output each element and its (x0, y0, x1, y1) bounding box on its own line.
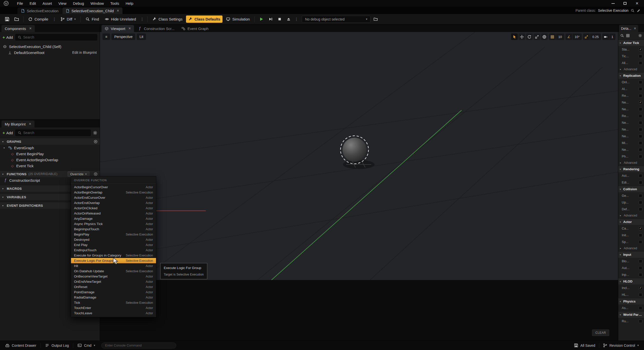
details-entry[interactable]: ▾ ▸ Re... (618, 92, 644, 99)
hide-unrelated-button[interactable]: Hide Unrelated (102, 16, 138, 23)
override-menu-item[interactable]: ActorBeginOverlap Selective Execution (71, 190, 156, 195)
tab-close-icon[interactable]: × (29, 122, 31, 126)
override-menu-item[interactable]: ActorOnReleased Actor (71, 211, 156, 216)
add-function-icon[interactable] (94, 172, 98, 176)
details-checkbox[interactable] (639, 286, 642, 290)
asset-tab[interactable]: SelectiveExecution × (18, 8, 62, 14)
find-button[interactable]: Find (83, 16, 101, 23)
menu-item[interactable]: Debug (70, 0, 87, 7)
details-entry[interactable]: ▾ ▸ HLOD (618, 278, 644, 284)
details-checkbox[interactable] (639, 240, 642, 244)
override-menu-item[interactable]: Destroyed Actor (71, 237, 156, 242)
details-entry[interactable]: ▾ ▸ Input (618, 251, 644, 258)
details-entry[interactable]: ▾ ▸ Def... (618, 206, 644, 212)
details-entry[interactable]: ▾ ▸ Collision (618, 186, 644, 192)
details-checkbox[interactable] (639, 181, 642, 184)
tab-close-icon[interactable]: × (128, 26, 131, 30)
tab-event-graph[interactable]: Event Graph (178, 25, 212, 32)
override-menu-item[interactable]: ActorEndOverlap Actor (71, 200, 156, 206)
details-checkbox[interactable] (639, 174, 642, 178)
menu-item[interactable]: Window (87, 0, 107, 7)
details-checkbox[interactable] (639, 266, 642, 270)
blueprint-settings-gear-icon[interactable] (93, 131, 97, 135)
add-blueprint-item-button[interactable]: + Add (2, 131, 13, 135)
details-checkbox[interactable] (639, 134, 642, 138)
override-menu-item[interactable]: ActorOnClicked Actor (71, 206, 156, 211)
details-entry[interactable]: ▾ ▸ Aut... (618, 264, 644, 271)
content-drawer-button[interactable]: Content Drawer (3, 343, 38, 348)
details-entry[interactable]: ▾ ▸ World Parti... (618, 311, 644, 318)
details-entry[interactable]: ▾ ▸ Ne... (618, 126, 644, 133)
play-button[interactable] (257, 16, 266, 23)
all-saved-button[interactable]: All Saved (572, 343, 598, 348)
asset-tab[interactable]: SelectiveExecution_Child × (62, 8, 123, 14)
override-menu-item[interactable]: AnyDamage Actor (71, 216, 156, 221)
details-entry[interactable]: ▾ ▸ Al... (618, 86, 644, 92)
search-icon[interactable] (620, 34, 624, 38)
tab-close-icon[interactable]: × (634, 26, 636, 30)
components-search-input[interactable] (23, 35, 95, 39)
details-checkbox[interactable] (639, 293, 642, 296)
search-icon[interactable] (631, 9, 634, 12)
details-checkbox[interactable] (639, 194, 642, 198)
add-graph-icon[interactable] (94, 140, 98, 144)
details-checkbox[interactable] (639, 108, 642, 111)
close-button[interactable]: × (635, 2, 639, 6)
details-entry[interactable]: ▾ ▸ Physics (618, 298, 644, 304)
details-entry[interactable]: ▾ ▸ Inp... (618, 271, 644, 278)
override-menu-item[interactable]: OnEndViewTarget Actor (71, 279, 156, 284)
details-checkbox[interactable] (639, 121, 642, 124)
details-checkbox[interactable] (639, 128, 642, 131)
cmd-dropdown[interactable]: Cmd ▾ (75, 343, 97, 348)
unreal-logo-icon[interactable] (4, 1, 9, 6)
details-checkbox[interactable] (639, 87, 642, 91)
component-self-row[interactable]: SelectiveExecution_Child (Self) (0, 44, 100, 50)
menu-item[interactable]: File (14, 0, 26, 7)
override-menu-item[interactable]: OnReset Actor (71, 284, 156, 290)
component-scene-root-row[interactable]: DefaultSceneRoot Edit in Blueprint (0, 50, 100, 56)
details-checkbox[interactable] (639, 234, 642, 237)
scale-snap-control[interactable]: 0.25 (583, 34, 601, 40)
move-tool-button[interactable] (518, 34, 525, 40)
tab-close-icon[interactable]: × (117, 9, 119, 13)
class-defaults-button[interactable]: Class Defaults (186, 16, 222, 23)
override-menu-item[interactable]: TouchLeave Actor (71, 310, 156, 316)
perspective-button[interactable]: Perspective (112, 34, 135, 40)
details-checkbox[interactable] (639, 94, 642, 98)
details-checkbox[interactable] (639, 54, 642, 58)
details-entry[interactable]: ▾ ▸ Init... (618, 232, 644, 238)
edit-in-blueprint-link[interactable]: Edit in Blueprint (72, 50, 97, 54)
details-checkbox[interactable] (639, 155, 642, 158)
menu-item[interactable]: Help (122, 0, 136, 7)
details-entry[interactable]: ▾ ▸ Ph... (618, 153, 644, 160)
my-blueprint-tab[interactable]: My Blueprint × (2, 120, 34, 128)
class-settings-button[interactable]: Class Settings (150, 16, 185, 23)
details-entry[interactable]: ▾ ▸ Ne... (618, 106, 644, 112)
browse-content-button[interactable] (12, 16, 21, 23)
details-entry[interactable]: ▾ ▸ Ca... (618, 225, 644, 232)
override-dropdown-button[interactable]: Override ▾ (68, 171, 90, 177)
override-menu-item[interactable]: PointDamage Actor (71, 290, 156, 295)
details-checkbox[interactable] (639, 227, 642, 230)
menu-item[interactable]: Asset (39, 0, 55, 7)
save-button[interactable] (3, 16, 11, 23)
graph-event-row[interactable]: ◇ Event BeginPlay (0, 151, 100, 157)
override-menu-item[interactable]: Execute Logic For Groups Selective Execu… (71, 258, 156, 263)
rotation-snap-control[interactable]: ∠ 10° (566, 34, 582, 40)
details-checkbox[interactable] (639, 101, 642, 104)
details-checkbox[interactable] (639, 61, 642, 65)
details-entry[interactable]: ▾ ▸ Re... (618, 112, 644, 119)
details-entry[interactable]: ▾ ▸ Act... (618, 172, 644, 179)
scale-tool-button[interactable] (534, 34, 540, 40)
override-menu-item[interactable]: Tick Selective Execution (71, 300, 156, 305)
details-entry[interactable]: ▾ ▸ Blo... (618, 258, 644, 264)
edit-parent-class-icon[interactable] (637, 9, 640, 12)
details-entry[interactable]: ▾ ▸ Actor Tick (618, 40, 644, 46)
details-entry[interactable]: ▾ ▸ Ne... (618, 146, 644, 153)
override-menu-item[interactable]: EndInputTouch Actor (71, 248, 156, 253)
graphs-section-header[interactable]: ▾ GRAPHS (0, 138, 100, 145)
frame-skip-button[interactable] (267, 16, 274, 22)
world-space-toggle[interactable] (541, 34, 548, 40)
details-entry[interactable]: ▾ ▸ Sp... (618, 238, 644, 245)
menu-item[interactable]: Tools (107, 0, 122, 7)
